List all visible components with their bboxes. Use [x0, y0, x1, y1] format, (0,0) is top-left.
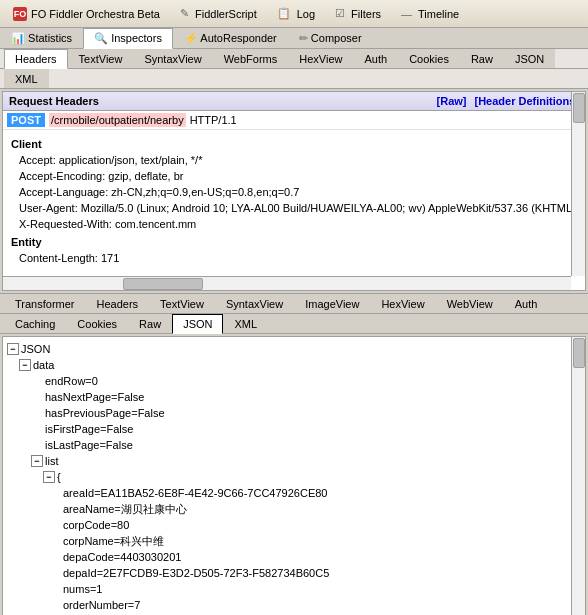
- fiddler-script-label: FiddlerScript: [195, 8, 257, 20]
- node-depaid: depaId=2E7FCDB9-E3D2-D505-72F3-F582734B6…: [63, 565, 329, 581]
- bottom-tab-raw[interactable]: Raw: [128, 314, 172, 333]
- node-list: list: [45, 453, 58, 469]
- tree-item-nums: nums=1: [7, 581, 581, 597]
- top-tabs-row1: Headers TextView SyntaxView WebForms Hex…: [0, 49, 588, 69]
- bottom-tab-caching[interactable]: Caching: [4, 314, 66, 333]
- horizontal-scrollbar[interactable]: [3, 276, 571, 290]
- bottom-tab-syntaxview[interactable]: SyntaxView: [215, 294, 294, 313]
- bottom-tab-json[interactable]: JSON: [172, 314, 223, 334]
- node-areaname: areaName=湖贝社康中心: [63, 501, 187, 517]
- composer-icon: ✏: [299, 32, 308, 44]
- tree-item-corpcode: corpCode=80: [7, 517, 581, 533]
- timeline-icon: —: [401, 8, 412, 20]
- user-agent-header: User-Agent: Mozilla/5.0 (Linux; Android …: [11, 200, 577, 216]
- tab-hexview[interactable]: HexView: [288, 49, 353, 68]
- top-tabs-row2: XML: [0, 69, 588, 89]
- tab-json[interactable]: JSON: [504, 49, 555, 68]
- bottom-tab-hexview[interactable]: HexView: [370, 294, 435, 313]
- fiddler-orchestra-label: FO Fiddler Orchestra Beta: [31, 8, 160, 20]
- statistics-tab[interactable]: 📊 Statistics: [0, 28, 83, 48]
- content-length-header: Content-Length: 171: [11, 250, 577, 266]
- inspectors-label: Inspectors: [111, 32, 162, 44]
- filters-label: Filters: [351, 8, 381, 20]
- x-requested-with-header: X-Requested-With: com.tencent.mm: [11, 216, 577, 232]
- node-islastpage: isLastPage=False: [45, 437, 133, 453]
- node-brace: {: [57, 469, 61, 485]
- json-expand-root[interactable]: [7, 343, 19, 355]
- tab-auth[interactable]: Auth: [354, 49, 399, 68]
- headers-content: Client Accept: application/json, text/pl…: [3, 130, 585, 270]
- http-request-line: POST /crmobile/outpatient/nearby HTTP/1.…: [3, 111, 585, 130]
- node-endrow: endRow=0: [45, 373, 98, 389]
- tree-item-islastpage: isLastPage=False: [7, 437, 581, 453]
- tree-item-depaid: depaId=2E7FCDB9-E3D2-D505-72F3-F582734B6…: [7, 565, 581, 581]
- header-definitions-link[interactable]: [Header Definitions]: [474, 95, 579, 107]
- json-tree-panel: JSON data endRow=0 hasNextPage=False has…: [2, 336, 586, 615]
- vertical-scrollbar[interactable]: [571, 92, 585, 276]
- timeline-label: Timeline: [418, 8, 459, 20]
- node-ordernumber: orderNumber=7: [63, 597, 140, 613]
- tree-item-data: data: [7, 357, 581, 373]
- tree-item-endrow: endRow=0: [7, 373, 581, 389]
- http-method: POST: [7, 113, 45, 127]
- tab-raw[interactable]: Raw: [460, 49, 504, 68]
- inspectors-tab[interactable]: 🔍 Inspectors: [83, 28, 173, 49]
- filters-tab[interactable]: ☑ Filters: [326, 3, 390, 25]
- request-headers-title: Request Headers: [9, 95, 99, 107]
- bottom-tab-transformer[interactable]: Transformer: [4, 294, 86, 313]
- node-areaid: areaId=EA11BA52-6E8F-4E42-9C66-7CC47926C…: [63, 485, 327, 501]
- log-tab[interactable]: 📋 Log: [268, 3, 324, 25]
- accept-language-header: Accept-Language: zh-CN,zh;q=0.9,en-US;q=…: [11, 184, 577, 200]
- fiddlerscript-icon: ✎: [180, 7, 189, 20]
- log-icon: 📋: [277, 7, 291, 20]
- scroll-thumb-h[interactable]: [123, 278, 203, 290]
- fiddler-script-tab[interactable]: ✎ FiddlerScript: [171, 3, 266, 25]
- bottom-tab-imageview[interactable]: ImageView: [294, 294, 370, 313]
- request-headers-header: Request Headers [Raw] [Header Definition…: [3, 92, 585, 111]
- bottom-tab-textview[interactable]: TextView: [149, 294, 215, 313]
- expand-brace[interactable]: [43, 471, 55, 483]
- composer-tab[interactable]: ✏ Composer: [288, 28, 373, 48]
- node-isfirstpage: isFirstPage=False: [45, 421, 133, 437]
- autoresponder-label: AutoResponder: [200, 32, 276, 44]
- entity-section-label: Entity: [11, 234, 577, 250]
- node-nums: nums=1: [63, 581, 102, 597]
- autoresponder-tab[interactable]: ⚡ AutoResponder: [173, 28, 288, 48]
- raw-link[interactable]: [Raw]: [437, 95, 467, 107]
- accept-header: Accept: application/json, text/plain, */…: [11, 152, 577, 168]
- client-section-label: Client: [11, 136, 577, 152]
- timeline-tab[interactable]: — Timeline: [392, 3, 468, 25]
- json-scroll-thumb[interactable]: [573, 338, 585, 368]
- tab-syntaxview[interactable]: SyntaxView: [133, 49, 212, 68]
- tree-item-hasnextpage: hasNextPage=False: [7, 389, 581, 405]
- expand-data[interactable]: [19, 359, 31, 371]
- header-links: [Raw] [Header Definitions]: [437, 95, 579, 107]
- bottom-tab-cookies[interactable]: Cookies: [66, 314, 128, 333]
- composer-label: Composer: [311, 32, 362, 44]
- tab-headers[interactable]: Headers: [4, 49, 68, 69]
- tab-webforms[interactable]: WebForms: [213, 49, 289, 68]
- fiddler-orchestra-tab[interactable]: FO FO Fiddler Orchestra Beta: [4, 3, 169, 25]
- node-hasprevpage: hasPreviousPage=False: [45, 405, 165, 421]
- log-label: Log: [297, 8, 315, 20]
- tree-item-corpname: corpName=科兴中维: [7, 533, 581, 549]
- bottom-tab-webview[interactable]: WebView: [436, 294, 504, 313]
- bottom-tab-xml[interactable]: XML: [223, 314, 268, 333]
- tree-item-areaname: areaName=湖贝社康中心: [7, 501, 581, 517]
- tab-cookies[interactable]: Cookies: [398, 49, 460, 68]
- scroll-thumb[interactable]: [573, 93, 585, 123]
- tree-item-depacode: depaCode=4403030201: [7, 549, 581, 565]
- tab-xml[interactable]: XML: [4, 69, 49, 88]
- json-vertical-scrollbar[interactable]: [571, 337, 585, 615]
- bottom-tab-headers[interactable]: Headers: [86, 294, 150, 313]
- http-version: HTTP/1.1: [190, 114, 237, 126]
- tree-item-hasprevpage: hasPreviousPage=False: [7, 405, 581, 421]
- accept-encoding-header: Accept-Encoding: gzip, deflate, br: [11, 168, 577, 184]
- title-bar: FO FO Fiddler Orchestra Beta ✎ FiddlerSc…: [0, 0, 588, 28]
- tree-item-areaid: areaId=EA11BA52-6E8F-4E42-9C66-7CC47926C…: [7, 485, 581, 501]
- tree-item-brace: {: [7, 469, 581, 485]
- bottom-tab-auth[interactable]: Auth: [504, 294, 549, 313]
- tab-textview[interactable]: TextView: [68, 49, 134, 68]
- bottom-tabs-row2: Caching Cookies Raw JSON XML: [0, 314, 588, 334]
- expand-list[interactable]: [31, 455, 43, 467]
